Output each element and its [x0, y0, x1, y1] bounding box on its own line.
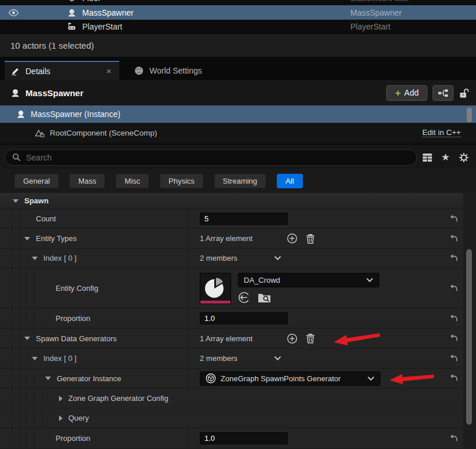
property-row-query[interactable]: Query — [0, 408, 463, 428]
close-icon[interactable]: × — [104, 67, 113, 76]
members-text: 2 members — [200, 254, 274, 262]
filter-all[interactable]: All — [277, 174, 302, 188]
generator-instance-dropdown[interactable]: ZoneGraph SpawnPoints Generator — [200, 371, 380, 386]
section-title: Spawn — [24, 196, 49, 205]
subpanel-scrollbar-thumb[interactable] — [467, 108, 472, 122]
property-label: Index [ 0 ] — [43, 354, 76, 363]
property-label: Entity Config — [56, 284, 98, 293]
outliner-row-floor[interactable]: Floor StaticMeshActor — [0, 0, 476, 5]
tab-world-settings[interactable]: World Settings — [126, 61, 210, 80]
panel-tab-bar: Details × World Settings — [0, 57, 476, 80]
subobject-row-instance[interactable]: MassSpawner (Instance) — [0, 105, 476, 123]
search-icon — [12, 153, 21, 162]
entity-config-dropdown[interactable]: DA_Crowd — [238, 273, 379, 287]
actor-type: StaticMeshActor — [350, 0, 476, 3]
property-label: Index [ 0 ] — [43, 254, 76, 262]
scene-outliner: Floor StaticMeshActor MassSpawner MassSp… — [0, 0, 476, 34]
chevron-down-icon[interactable] — [274, 255, 281, 261]
details-header: MassSpawner + Add — [0, 80, 476, 105]
filter-misc[interactable]: Misc — [116, 174, 149, 188]
property-label: Proportion — [56, 314, 90, 323]
reset-to-default-icon[interactable] — [449, 284, 457, 293]
browse-to-asset-icon[interactable] — [258, 292, 271, 303]
use-selected-asset-icon[interactable] — [238, 291, 250, 304]
unlock-icon[interactable] — [459, 87, 469, 98]
reset-to-default-icon[interactable] — [449, 374, 457, 382]
chevron-right-icon[interactable] — [59, 396, 63, 401]
category-filter-row: General Mass Misc Physics Streaming All — [0, 169, 476, 193]
chevron-down-icon[interactable] — [45, 377, 51, 380]
add-array-element-icon[interactable] — [287, 233, 298, 244]
property-label: Entity Types — [36, 234, 77, 243]
chevron-down-icon[interactable] — [32, 257, 38, 260]
display-options-icon[interactable] — [422, 153, 433, 162]
filter-physics[interactable]: Physics — [160, 174, 203, 188]
actor-label: PlayerStart — [82, 22, 350, 31]
chevron-right-icon[interactable] — [59, 415, 63, 421]
asset-name: DA_Crowd — [244, 276, 280, 284]
scene-component-icon — [35, 129, 45, 137]
visibility-eye-icon[interactable] — [8, 9, 23, 17]
delete-array-icon[interactable] — [306, 333, 315, 344]
actor-type: MassSpawner — [350, 8, 476, 17]
reset-to-default-icon[interactable] — [449, 254, 457, 262]
property-row-zone-graph-generator-config[interactable]: Zone Graph Generator Config — [0, 389, 463, 408]
edit-in-cpp-link[interactable]: Edit in C++ — [422, 128, 461, 137]
members-text: 2 members — [200, 354, 274, 363]
proportion-input[interactable] — [200, 312, 288, 324]
hierarchy-icon — [438, 88, 449, 98]
chevron-down-icon[interactable] — [24, 337, 30, 340]
player-start-icon — [66, 22, 78, 31]
chevron-down-icon[interactable] — [13, 199, 19, 203]
add-button-label: Add — [404, 88, 419, 97]
mass-spawner-actor-icon — [66, 8, 78, 17]
filter-streaming[interactable]: Streaming — [214, 174, 266, 188]
favorites-star-icon[interactable]: ★ — [441, 152, 450, 162]
reset-to-default-icon[interactable] — [449, 334, 457, 342]
add-component-button[interactable]: + Add — [386, 85, 427, 101]
reset-to-default-icon[interactable] — [449, 435, 457, 443]
annotation-arrow — [388, 370, 435, 387]
settings-gear-icon[interactable] — [459, 152, 469, 163]
tab-details[interactable]: Details × — [5, 61, 119, 80]
add-array-element-icon[interactable] — [287, 333, 298, 344]
scrollbar-thumb[interactable] — [466, 249, 472, 425]
plus-icon: + — [395, 88, 401, 98]
delete-array-icon[interactable] — [306, 233, 315, 244]
property-label: Spawn Data Generators — [36, 334, 116, 343]
tab-label: Details — [25, 67, 50, 76]
reset-to-default-icon[interactable] — [449, 215, 457, 223]
search-input[interactable] — [26, 153, 374, 162]
chevron-down-icon — [367, 376, 375, 381]
edit-blueprint-hierarchy-button[interactable] — [433, 85, 453, 101]
filter-general[interactable]: General — [14, 174, 58, 188]
subobject-row-root-component[interactable]: RootComponent (SceneComp) Edit in C++ — [0, 123, 476, 143]
asset-thumbnail[interactable] — [200, 273, 231, 304]
property-label: Generator Instance — [57, 374, 121, 383]
outliner-row-playerstart[interactable]: PlayerStart PlayerStart — [0, 20, 476, 34]
chevron-down-icon[interactable] — [32, 357, 38, 360]
reset-to-default-icon[interactable] — [449, 235, 457, 243]
details-pencil-icon — [10, 66, 20, 76]
property-label: Count — [36, 214, 56, 223]
chevron-down-icon[interactable] — [274, 356, 281, 361]
chevron-down-icon[interactable] — [24, 237, 30, 240]
reset-to-default-icon[interactable] — [449, 315, 457, 323]
filter-mass[interactable]: Mass — [69, 174, 105, 188]
proportion-input[interactable] — [200, 432, 288, 444]
section-header-spawn[interactable]: Spawn — [0, 193, 463, 209]
reset-to-default-icon[interactable] — [449, 355, 457, 363]
search-box[interactable] — [5, 149, 417, 166]
outliner-status-bar: 10 actors (1 selected) — [0, 34, 476, 57]
mass-spawner-icon — [16, 109, 25, 119]
property-grid: Spawn Count Entity Types 1 Array element — [0, 193, 476, 449]
property-row-index-0: Index [ 0 ] 2 members — [0, 349, 463, 368]
property-label: Query — [68, 414, 89, 422]
outliner-row-massspawner[interactable]: MassSpawner MassSpawner — [0, 5, 476, 20]
search-row: ★ — [0, 145, 476, 169]
count-input[interactable] — [200, 213, 288, 225]
globe-icon — [134, 66, 144, 75]
property-row-proportion: Proportion — [0, 428, 463, 449]
root-component-label: RootComponent (SceneComp) — [50, 129, 157, 137]
actor-label: Floor — [82, 0, 350, 3]
